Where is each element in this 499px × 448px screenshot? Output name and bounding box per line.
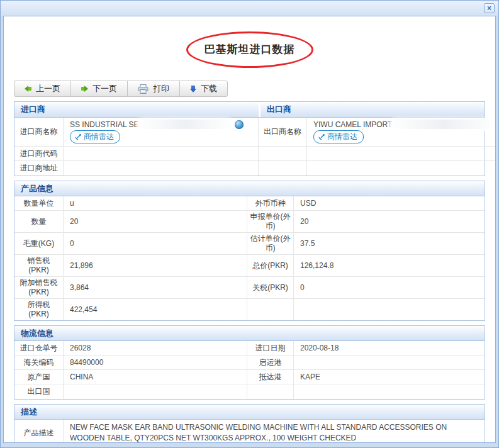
field-label: 毛重(KG) [14,233,64,255]
field-label: 关税(PKR) [247,277,294,299]
field-label: 总价(PKR) [247,255,294,277]
field-label: 所得税 (PKR) [14,299,64,320]
empty-label-cell [259,147,307,161]
importer-name-text: SS INDUSTRIAL SE [70,120,139,129]
field-label: 销售税 (PKR) [14,255,64,277]
field-label: 进口日期 [247,341,294,356]
product-section-header: 产品信息 [14,181,485,196]
field-value: 0 [294,277,485,299]
importer-code-value [64,147,259,161]
field-value: 2020-08-18 [294,341,485,356]
field-value: USD [294,196,485,211]
product-description-value: NEW FACE MASK EAR BAND ULTRASONIC WELDIN… [64,420,485,443]
field-label: 估计单价(外币) [247,233,294,255]
importer-code-label: 进口商代码 [14,147,64,161]
product-info-section: 产品信息 数量单位 u 外币币种 USD 数量 20 申报单价(外币) 20 毛… [14,181,485,321]
prev-page-button[interactable]: 上一页 [14,81,71,97]
prev-page-label: 上一页 [36,83,60,94]
field-label: 外币币种 [247,196,294,211]
globe-icon[interactable] [235,120,244,129]
importer-exporter-section: 进口商 出口商 进口商名称 SS INDUSTRIAL SE [14,101,485,176]
empty-label-cell [259,161,307,176]
field-value: 37.5 [294,233,485,255]
field-value: 84490000 [64,356,247,370]
importer-address-value [64,161,259,176]
description-section: 描述 产品描述 NEW FACE MASK EAR BAND ULTRASONI… [14,404,485,443]
arrow-down-icon [190,86,196,92]
product-description-label: 产品描述 [14,420,64,443]
radar-icon [318,133,325,141]
field-value [294,384,485,399]
exporter-name-label: 出口商名称 [259,118,307,147]
next-page-label: 下一页 [93,83,117,94]
exporter-section-header: 出口商 [261,102,485,117]
field-value: 20 [64,211,247,233]
logistics-section-header: 物流信息 [14,326,485,341]
field-value [64,384,247,399]
field-label: 数量单位 [14,196,64,211]
redacted-area [391,120,496,129]
field-label: 申报单价(外币) [247,211,294,233]
exporter-name-text: YIWU CAMEL IMPORT [313,120,392,129]
field-value: CHINA [64,370,247,384]
printer-icon [138,84,149,94]
field-value: 26028 [64,341,247,356]
title-area: 巴基斯坦进口数据 [14,31,485,73]
description-section-header: 描述 [14,405,485,420]
field-value: 422,454 [64,299,247,320]
importer-exporter-headers: 进口商 出口商 [14,102,485,118]
next-page-button[interactable]: 下一页 [70,81,128,97]
logistics-info-section: 物流信息 进口仓单号 26028 进口日期 2020-08-18 海关编码 84… [14,325,485,400]
field-value [294,299,485,320]
dialog-window: × 巴基斯坦进口数据 上一页 下一页 [0,0,499,448]
radar-label: 商情雷达 [327,132,357,142]
field-value: u [64,196,247,211]
importer-radar-link[interactable]: 商情雷达 [70,130,120,143]
arrow-right-icon [81,86,88,92]
importer-address-label: 进口商地址 [14,161,64,176]
field-label: 数量 [14,211,64,233]
field-value: 20 [294,211,485,233]
toolbar: 上一页 下一页 打印 [14,81,485,97]
field-value: 21,896 [64,255,247,277]
empty-value-cell [307,161,496,176]
importer-name-label: 进口商名称 [14,118,64,147]
field-value: 3,864 [64,277,247,299]
red-ellipse-annotation: 巴基斯坦进口数据 [186,31,313,68]
radar-label: 商情雷达 [84,132,114,142]
field-label: 抵达港 [247,370,294,384]
arrow-left-icon [25,86,31,92]
print-label: 打印 [153,83,169,94]
page-title: 巴基斯坦进口数据 [205,43,295,55]
field-label [247,384,294,399]
field-label [247,299,294,320]
download-label: 下载 [201,83,217,94]
importer-section-header: 进口商 [14,102,259,117]
field-value: 0 [64,233,247,255]
exporter-radar-link[interactable]: 商情雷达 [313,130,364,143]
dialog-titlebar: × [1,1,498,16]
close-icon[interactable]: × [484,3,495,13]
field-value: 126,124.8 [294,255,485,277]
redacted-area [138,120,232,129]
exporter-name-value: YIWU CAMEL IMPORT 商情雷达 [307,118,496,147]
field-value [294,356,485,370]
download-button[interactable]: 下载 [179,81,228,97]
field-label: 附加销售税 (PKR) [14,277,64,299]
field-value: KAPE [294,370,485,384]
importer-name-value: SS INDUSTRIAL SE 商情雷达 [64,118,259,147]
field-label: 进口仓单号 [14,341,64,356]
field-label: 出口国 [14,384,64,399]
radar-icon [74,133,82,141]
field-label: 海关编码 [14,356,64,370]
empty-value-cell [307,147,496,161]
dialog-content: 巴基斯坦进口数据 上一页 下一页 [3,16,496,443]
field-label: 启运港 [247,356,294,370]
print-button[interactable]: 打印 [127,81,180,97]
field-label: 原产国 [14,370,64,384]
